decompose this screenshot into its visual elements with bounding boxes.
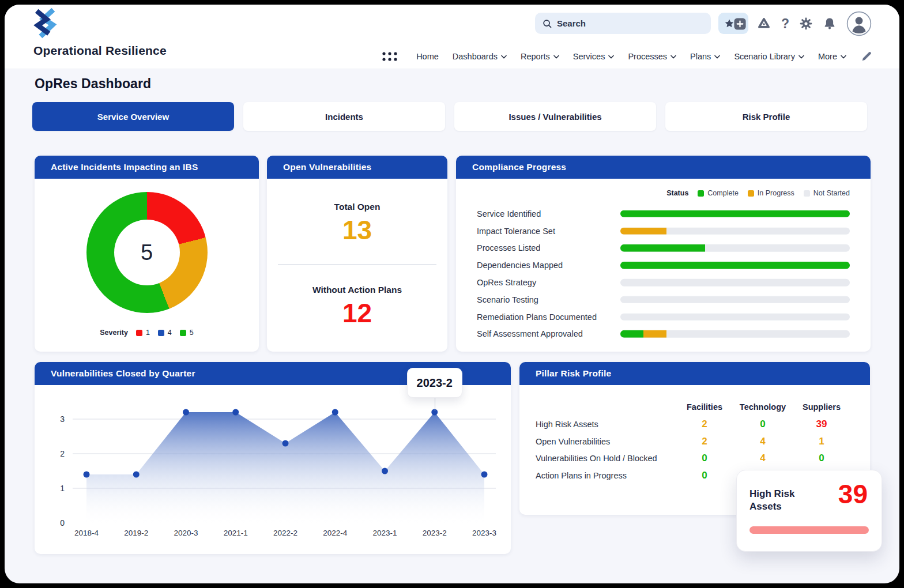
chart-tooltip: 2023-2 xyxy=(407,368,462,398)
tab-incidents[interactable]: Incidents xyxy=(243,102,445,131)
nav-item-label: Plans xyxy=(690,52,711,61)
data-point[interactable] xyxy=(84,472,90,478)
search-box[interactable] xyxy=(535,13,711,34)
bell-icon[interactable] xyxy=(823,16,837,31)
table-value: 4 xyxy=(760,436,765,447)
popover-accent-bar xyxy=(749,526,869,534)
progress-bar xyxy=(620,296,850,304)
avatar[interactable] xyxy=(846,11,872,36)
y-tick-label: 1 xyxy=(60,484,65,493)
chevron-down-icon xyxy=(553,55,559,59)
table-value: 0 xyxy=(702,453,707,464)
compliance-row-label: Self Assessment Approvaled xyxy=(477,329,583,338)
status-legend-item: Not Started xyxy=(804,189,850,197)
data-point[interactable] xyxy=(481,472,488,478)
x-tick-label: 2019-2 xyxy=(124,529,148,537)
table-value: 4 xyxy=(760,453,765,464)
card-title: Open Vulnerabilities xyxy=(267,156,447,179)
row-label: Vulnerabilities On Hold / Blocked xyxy=(536,454,657,463)
compliance-row-label: Processes Listed xyxy=(477,243,540,252)
logo-icon xyxy=(32,8,59,40)
recycle-icon[interactable] xyxy=(756,16,771,31)
data-point[interactable] xyxy=(133,472,140,478)
progress-bar xyxy=(620,262,850,269)
app-grid-icon[interactable] xyxy=(382,51,398,62)
total-open-label: Total Open xyxy=(267,202,447,212)
compliance-row-label: Impact Tolerance Set xyxy=(477,227,555,236)
dashboard-tabs: Service OverviewIncidentsIssues / Vulner… xyxy=(32,102,868,131)
data-point[interactable] xyxy=(183,409,189,416)
compliance-row: Remediation Plans Documented xyxy=(456,308,871,326)
area-fill xyxy=(86,412,484,523)
legend-label: 4 xyxy=(168,329,172,337)
help-icon[interactable]: ? xyxy=(781,16,789,32)
compliance-row-label: Dependencies Mapped xyxy=(477,261,563,270)
nav-items: HomeDashboardsReportsServicesProcessesPl… xyxy=(416,52,846,61)
x-tick-label: 2020-3 xyxy=(174,529,198,537)
column-header-technology: Technology xyxy=(740,402,786,412)
progress-bar xyxy=(620,210,850,218)
incidents-donut-chart: 5 xyxy=(86,192,208,313)
gear-icon[interactable] xyxy=(799,17,813,31)
nav-item-label: More xyxy=(818,52,837,61)
tab-issues-vulnerabilities[interactable]: Issues / Vulnerabilities xyxy=(454,102,656,131)
table-value: 0 xyxy=(760,419,765,430)
high-risk-assets-popover: High Risk Assets 39 xyxy=(736,470,882,552)
compliance-rows: Service IdentifiedImpact Tolerance SetPr… xyxy=(456,205,871,342)
nav-item-reports[interactable]: Reports xyxy=(521,52,559,61)
divider xyxy=(278,264,436,265)
donut-center-value: 5 xyxy=(86,192,208,313)
app-logo[interactable] xyxy=(32,8,59,43)
data-point[interactable] xyxy=(332,409,338,416)
legend-swatch xyxy=(180,330,186,336)
x-tick-label: 2021-1 xyxy=(224,529,248,537)
data-point[interactable] xyxy=(282,440,289,447)
progress-bar xyxy=(620,313,850,321)
page-title: OpRes Dashboard xyxy=(35,76,151,92)
nav-item-label: Processes xyxy=(628,52,667,61)
progress-segment-in-progress xyxy=(620,227,666,235)
tab-risk-profile[interactable]: Risk Profile xyxy=(665,102,867,131)
severity-legend-item: 4 xyxy=(158,329,172,337)
compliance-row-label: OpRes Strategy xyxy=(477,278,536,287)
status-legend-item: In Progress xyxy=(748,189,794,197)
legend-swatch xyxy=(804,190,810,197)
progress-bar xyxy=(620,330,850,338)
compliance-row-label: Scenario Testing xyxy=(477,295,538,304)
nav-item-processes[interactable]: Processes xyxy=(628,52,676,61)
card-active-incidents: Active Incidents Impacting an IBS 5 Seve… xyxy=(35,156,259,352)
data-point[interactable] xyxy=(232,409,239,416)
legend-swatch xyxy=(748,190,754,197)
legend-title: Status xyxy=(666,189,688,197)
nav-item-dashboards[interactable]: Dashboards xyxy=(453,52,507,61)
card-title: Active Incidents Impacting an IBS xyxy=(35,156,259,179)
chevron-down-icon xyxy=(608,55,614,59)
search-input[interactable] xyxy=(557,18,695,28)
nav-item-more[interactable]: More xyxy=(818,52,846,61)
nav-item-label: Home xyxy=(416,52,439,61)
legend-label: 5 xyxy=(190,329,194,337)
edit-pencil-icon[interactable] xyxy=(860,50,873,63)
app-title: Operational Resilience xyxy=(33,44,167,58)
nav-item-label: Dashboards xyxy=(453,52,498,61)
nav-item-home[interactable]: Home xyxy=(416,52,439,61)
table-value: 0 xyxy=(702,470,707,481)
tab-service-overview[interactable]: Service Overview xyxy=(32,102,234,131)
nav-item-plans[interactable]: Plans xyxy=(690,52,720,61)
severity-legend: Severity 145 xyxy=(35,329,259,337)
without-plans-label: Without Action Plans xyxy=(267,285,447,295)
data-point[interactable] xyxy=(382,468,388,474)
total-open-value: 13 xyxy=(267,214,447,246)
compliance-row-label: Remediation Plans Documented xyxy=(477,312,597,322)
x-tick-label: 2022-2 xyxy=(273,529,297,537)
legend-label: In Progress xyxy=(758,189,794,197)
x-tick-label: 2018-4 xyxy=(74,529,99,537)
card-compliance-progress: Compliance Progress Status CompleteIn Pr… xyxy=(456,156,871,352)
nav-item-scenario-library[interactable]: Scenario Library xyxy=(734,52,804,61)
add-icon[interactable] xyxy=(733,17,747,31)
table-value: 2 xyxy=(702,436,707,447)
nav-item-services[interactable]: Services xyxy=(573,52,615,61)
progress-bar xyxy=(620,244,850,252)
severity-legend-item: 1 xyxy=(136,329,150,337)
progress-segment-complete xyxy=(620,330,643,338)
